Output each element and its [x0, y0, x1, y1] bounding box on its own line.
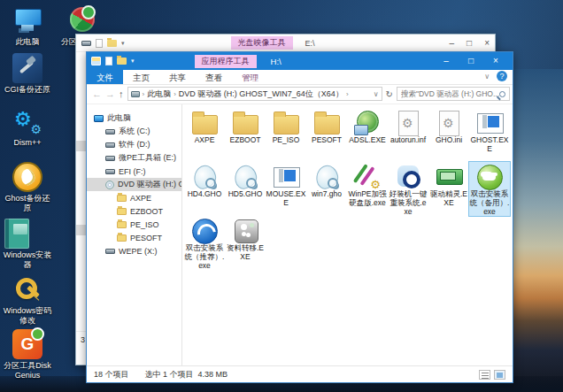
sidebar-item-系统-(C:)[interactable]: 系统 (C:) — [87, 125, 181, 138]
sidebar-item-label: 系统 (C:) — [119, 126, 150, 137]
file-item-label: EZBOOT — [230, 136, 261, 145]
forward-button[interactable]: → — [105, 88, 115, 99]
breadcrumb-separator-icon[interactable]: › — [346, 90, 349, 98]
window-dvd-drive-explorer: ▾ 应用程序工具 H:\ – □ × 文件主页共享查看管理 ∨ ← → ↑ ›此… — [86, 51, 513, 383]
list-view-button[interactable] — [479, 370, 490, 380]
file-item-label: PE_ISO — [273, 136, 300, 145]
quick-access-toolbar[interactable]: ▾ — [91, 57, 135, 65]
ribbon-collapse-icon[interactable]: ∨ — [484, 73, 490, 81]
app-window-icon — [475, 110, 504, 136]
desktop-icon-dism[interactable]: Dism++ — [2, 106, 53, 148]
search-box[interactable] — [397, 87, 510, 101]
maximize-button[interactable]: □ — [459, 52, 483, 70]
back-button[interactable]: ← — [92, 88, 102, 99]
file-item-EZBOOT[interactable]: EZBOOT — [225, 108, 266, 162]
tab-共享[interactable]: 共享 — [159, 70, 196, 84]
sidebar-item-EFI-(F:)[interactable]: EFI (F:) — [87, 165, 181, 178]
desktop-icon-label: Dism++ — [2, 138, 53, 148]
desktop-icon-this-pc[interactable]: 此电脑 — [2, 5, 53, 47]
folder-icon[interactable] — [107, 40, 117, 47]
minimize-button[interactable]: – — [434, 52, 459, 70]
file-item-HD5.GHO[interactable]: HD5.GHO — [225, 162, 266, 216]
search-input[interactable] — [401, 89, 499, 98]
breadcrumb-item[interactable]: DVD 驱动器 (H:) GHOST_WIN7_64位（X64） — [179, 88, 343, 100]
sidebar-item-此电脑[interactable]: 此电脑 — [87, 111, 181, 125]
breadcrumb-separator-icon[interactable]: › — [174, 90, 176, 98]
globe-icon — [353, 110, 382, 136]
file-item-label: HD5.GHO — [228, 190, 263, 199]
sidebar-item-微PE工具箱-(E:)[interactable]: 微PE工具箱 (E:) — [87, 151, 181, 165]
file-item-PE_ISO[interactable]: PE_ISO — [266, 108, 306, 162]
sidebar-item-PE_ISO[interactable]: PE_ISO — [87, 218, 181, 231]
bg-window-titlebar[interactable]: ▾ 光盘映像工具 E:\ – □ × — [76, 35, 495, 52]
diskgenius-icon — [12, 329, 42, 359]
file-item-label: win7.gho — [312, 190, 342, 199]
chevron-down-icon[interactable]: ▾ — [121, 40, 125, 47]
new-file-icon[interactable] — [105, 57, 112, 65]
desktop-icon-label: Ghost备份还原 — [2, 194, 53, 213]
chevron-down-icon[interactable]: ▾ — [131, 58, 135, 65]
sidebar-item-label: 微PE工具箱 (E:) — [119, 152, 176, 164]
sidebar-item-软件-(D:)[interactable]: 软件 (D:) — [87, 138, 181, 151]
partition-assistant-icon — [67, 5, 97, 35]
file-item-GHO.ini[interactable]: GHO.ini — [428, 108, 469, 162]
tab-查看[interactable]: 查看 — [196, 70, 232, 84]
sidebar-item-EZBOOT[interactable]: EZBOOT — [87, 204, 181, 218]
bg-close-button[interactable]: × — [484, 38, 490, 48]
new-file-icon[interactable] — [96, 39, 103, 48]
breadcrumb-item[interactable]: 此电脑 — [147, 88, 171, 100]
drive-icon — [81, 41, 91, 46]
titlebar[interactable]: ▾ 应用程序工具 H:\ – □ × — [87, 52, 513, 70]
sidebar-item-PESOFT[interactable]: PESOFT — [87, 231, 181, 244]
file-item-PESOFT[interactable]: PESOFT — [306, 108, 347, 162]
file-item-win7.gho[interactable]: win7.gho — [306, 162, 347, 216]
address-dropdown-icon[interactable]: ∨ — [374, 90, 379, 98]
close-button[interactable]: × — [483, 52, 508, 70]
bg-maximize-button[interactable]: □ — [467, 38, 472, 48]
file-item-双击安装系统（推荐）.exe[interactable]: 双击安装系统（推荐）.exe — [184, 216, 225, 270]
file-item-双击安装系统（备用）.exe[interactable]: 双击安装系统（备用）.exe — [469, 162, 510, 216]
tab-管理[interactable]: 管理 — [232, 70, 268, 84]
file-item-autorun.inf[interactable]: autorun.inf — [388, 108, 428, 162]
file-item-HD4.GHO[interactable]: HD4.GHO — [184, 162, 225, 216]
file-item-ADSL.EXE[interactable]: ADSL.EXE — [347, 108, 388, 162]
sidebar-item-AXPE[interactable]: AXPE — [87, 191, 181, 204]
file-item-WinPE加强硬盘版.exe[interactable]: WinPE加强硬盘版.exe — [347, 162, 388, 216]
file-item-label: ADSL.EXE — [349, 136, 386, 145]
thumbnail-view-button[interactable] — [494, 370, 505, 380]
bg-window-title: E:\ — [305, 39, 315, 48]
bg-quick-access-toolbar[interactable]: ▾ — [81, 39, 125, 48]
sidebar-item-WEPE-(X:)[interactable]: WEPE (X:) — [87, 244, 181, 257]
help-icon[interactable] — [497, 71, 507, 81]
file-item-资料转移.EXE[interactable]: 资料转移.EXE — [225, 216, 266, 270]
file-item-AXPE[interactable]: AXPE — [184, 108, 225, 162]
refresh-button[interactable]: ↻ — [386, 89, 393, 99]
file-grid: AXPEEZBOOTPE_ISOPESOFTADSL.EXEautorun.in… — [184, 108, 513, 270]
file-item-好装机一键重装系统.exe[interactable]: 好装机一键重装系统.exe — [388, 162, 428, 216]
folder-icon — [117, 221, 127, 228]
tab-主页[interactable]: 主页 — [123, 70, 159, 84]
up-button[interactable]: ↑ — [119, 88, 124, 99]
desktop-icon-label: Windows密码修改 — [2, 306, 53, 326]
sidebar-item-label: AXPE — [130, 194, 151, 203]
sidebar-item-DVD-驱动器-(H:)-G[interactable]: DVD 驱动器 (H:) G — [87, 178, 181, 191]
desktop-icon-diskgenius[interactable]: 分区工具DiskGenius — [2, 329, 53, 380]
desktop-icon-cgi-backup[interactable]: CGI备份还原 — [2, 53, 53, 95]
desktop-icon-windows-installer[interactable]: Windows安装器 — [2, 219, 53, 270]
sidebar-item-label: 软件 (D:) — [119, 139, 150, 150]
tab-文件[interactable]: 文件 — [87, 70, 123, 84]
bg-minimize-button[interactable]: – — [450, 38, 455, 48]
file-item-驱动精灵.EXE[interactable]: 驱动精灵.EXE — [428, 162, 469, 216]
breadcrumb: ›此电脑›DVD 驱动器 (H:) GHOST_WIN7_64位（X64）› — [143, 88, 349, 100]
desktop-icon-windows-password[interactable]: Windows密码修改 — [2, 274, 53, 326]
address-box[interactable]: ›此电脑›DVD 驱动器 (H:) GHOST_WIN7_64位（X64）› ∨ — [127, 87, 382, 101]
breadcrumb-separator-icon[interactable]: › — [143, 90, 145, 98]
desktop-icon-label: Windows安装器 — [2, 250, 53, 270]
desktop-icon-ghost-backup[interactable]: Ghost备份还原 — [2, 162, 53, 213]
folder-icon[interactable] — [117, 58, 127, 65]
folder-icon — [117, 234, 127, 242]
bg-contextual-tool-label: 光盘映像工具 — [231, 36, 293, 50]
file-item-MOUSE.EXE[interactable]: MOUSE.EXE — [266, 162, 306, 216]
file-item-GHOST.EXE[interactable]: GHOST.EXE — [469, 108, 510, 162]
file-item-label: PESOFT — [312, 136, 342, 145]
